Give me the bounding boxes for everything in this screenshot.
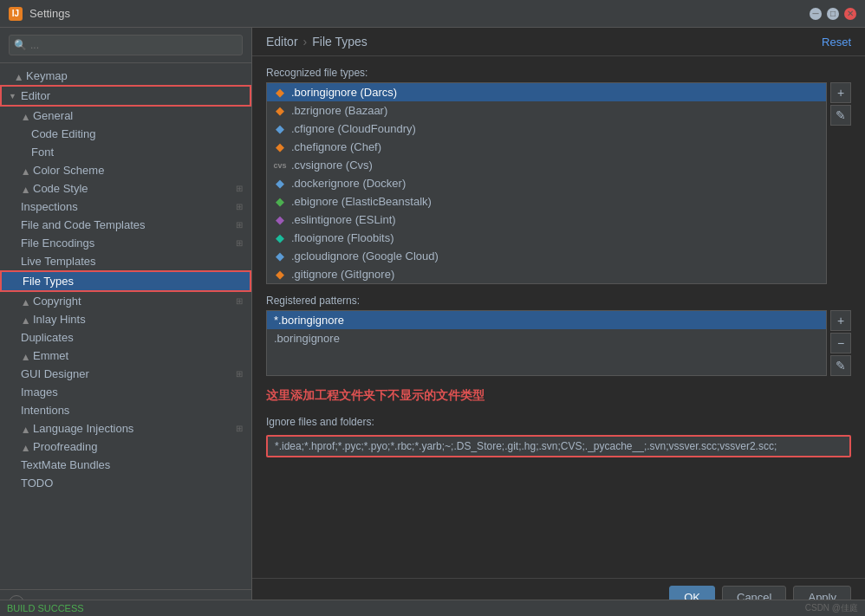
search-box: 🔍 <box>0 28 251 63</box>
file-type-icon: ◆ <box>274 214 286 226</box>
ignore-label: Ignore files and folders: <box>266 416 851 428</box>
close-button[interactable]: ✕ <box>844 8 856 20</box>
expand-icon: ▶ <box>21 425 29 433</box>
ignore-input[interactable] <box>268 437 849 456</box>
reset-button[interactable]: Reset <box>822 36 851 49</box>
sidebar-item-proofreading[interactable]: ▶ Proofreading <box>0 438 251 456</box>
sidebar-item-gui-designer[interactable]: GUI Designer ⊞ <box>0 365 251 383</box>
sidebar-item-editor[interactable]: ▼ Editor <box>0 85 251 107</box>
file-type-name: .bzrignore (Bazaar) <box>291 104 387 117</box>
sidebar-item-images[interactable]: Images <box>0 383 251 401</box>
recognized-section: Recognized file types: ◆.boringignore (D… <box>266 67 851 284</box>
file-type-name: .dockerignore (Docker) <box>291 177 406 190</box>
file-type-item[interactable]: ◆.ebignore (ElasticBeanstalk) <box>267 192 826 211</box>
expand-icon: ▶ <box>21 112 29 120</box>
main-container: 🔍 ▶ Keymap ▼ Editor ▶ General Code Ed <box>0 28 865 616</box>
sidebar-item-live-templates[interactable]: Live Templates <box>0 252 251 270</box>
badge-icon: ⊞ <box>236 202 243 211</box>
sidebar-item-color-scheme[interactable]: ▶ Color Scheme <box>0 161 251 179</box>
file-type-icon: cvs <box>274 159 286 172</box>
build-bar: BUILD SUCCESS CSDN @佳庭 <box>0 600 865 616</box>
sidebar: 🔍 ▶ Keymap ▼ Editor ▶ General Code Ed <box>0 28 252 616</box>
breadcrumb-parent: Editor <box>266 35 298 49</box>
sidebar-item-textmate[interactable]: TextMate Bundles <box>0 456 251 474</box>
minimize-button[interactable]: ─ <box>810 8 822 20</box>
file-type-icon: ◆ <box>274 141 286 153</box>
expand-icon: ▶ <box>14 72 23 81</box>
file-type-item[interactable]: ◆.boringignore (Darcs) <box>267 83 826 101</box>
file-type-icon: ◆ <box>274 105 286 117</box>
patterns-side-buttons: + − ✎ <box>830 310 851 376</box>
patterns-list: *.boringignore.boringignore <box>266 310 827 376</box>
file-type-icon: ◆ <box>274 232 286 244</box>
sidebar-item-file-types[interactable]: File Types <box>0 270 251 292</box>
sidebar-item-general[interactable]: ▶ General <box>0 107 251 125</box>
sidebar-item-duplicates[interactable]: Duplicates <box>0 328 251 347</box>
sidebar-item-intentions[interactable]: Intentions <box>0 401 251 419</box>
file-type-name: .ebignore (ElasticBeanstalk) <box>291 195 432 208</box>
expand-icon: ▼ <box>9 92 17 101</box>
maximize-button[interactable]: □ <box>827 8 839 20</box>
file-type-item[interactable]: cvs.cvsignore (Cvs) <box>267 156 826 174</box>
file-type-item[interactable]: ◆.gcloudignore (Google Cloud) <box>267 247 826 265</box>
file-type-item[interactable]: ◆.cfignore (CloudFoundry) <box>267 120 826 138</box>
sidebar-item-file-templates[interactable]: File and Code Templates ⊞ <box>0 216 251 234</box>
sidebar-item-code-editing[interactable]: Code Editing <box>0 125 251 143</box>
badge-icon: ⊞ <box>236 184 243 193</box>
edit-file-type-button[interactable]: ✎ <box>830 105 851 126</box>
add-file-type-button[interactable]: + <box>830 82 851 103</box>
title-bar: IJ Settings ─ □ ✕ <box>0 0 865 28</box>
file-types-side-buttons: + ✎ <box>830 82 851 284</box>
expand-icon: ▶ <box>21 297 29 306</box>
file-type-item[interactable]: ◆.flooignore (Floobits) <box>267 229 826 247</box>
search-wrapper: 🔍 <box>9 35 243 55</box>
sidebar-item-inlay-hints[interactable]: ▶ Inlay Hints <box>0 310 251 328</box>
panel-header: Editor › File Types Reset <box>252 28 865 56</box>
pattern-item[interactable]: .boringignore <box>267 329 826 347</box>
sidebar-item-keymap[interactable]: ▶ Keymap <box>0 67 251 85</box>
sidebar-item-language-injections[interactable]: ▶ Language Injections ⊞ <box>0 419 251 438</box>
expand-icon: ▶ <box>21 166 29 175</box>
build-status: BUILD SUCCESS <box>7 603 84 613</box>
breadcrumb-current: File Types <box>312 35 367 49</box>
sidebar-item-todo[interactable]: TODO <box>0 474 251 492</box>
file-type-item[interactable]: ◆.bzrignore (Bazaar) <box>267 101 826 120</box>
file-type-icon: ◆ <box>274 123 286 135</box>
app-icon: IJ <box>9 7 23 21</box>
breadcrumb-separator: › <box>303 35 308 49</box>
sidebar-item-emmet[interactable]: ▶ Emmet <box>0 347 251 365</box>
file-type-name: .boringignore (Darcs) <box>291 86 397 99</box>
file-type-name: .eslintignore (ESLint) <box>291 213 396 226</box>
remove-pattern-button[interactable]: − <box>830 333 851 353</box>
file-type-name: .cfignore (CloudFoundry) <box>291 122 416 135</box>
sidebar-item-file-encodings[interactable]: File Encodings ⊞ <box>0 234 251 252</box>
patterns-section: Registered patterns: *.boringignore.bori… <box>266 295 851 376</box>
file-type-item[interactable]: ◆.chefignore (Chef) <box>267 138 826 156</box>
window-controls: ─ □ ✕ <box>810 8 856 20</box>
sidebar-item-code-style[interactable]: ▶ Code Style ⊞ <box>0 179 251 198</box>
expand-icon: ▶ <box>21 352 29 360</box>
window-title: Settings <box>29 7 70 20</box>
right-panel: Editor › File Types Reset Recognized fil… <box>252 28 865 616</box>
sidebar-item-copyright[interactable]: ▶ Copyright ⊞ <box>0 292 251 310</box>
edit-pattern-button[interactable]: ✎ <box>830 355 851 376</box>
file-type-icon: ◆ <box>274 250 286 263</box>
file-type-icon: ◆ <box>274 87 286 99</box>
expand-icon: ▶ <box>21 443 29 451</box>
search-input[interactable] <box>9 35 243 55</box>
sidebar-item-inspections[interactable]: Inspections ⊞ <box>0 198 251 216</box>
file-type-name: .gcloudignore (Google Cloud) <box>291 250 439 263</box>
file-type-item[interactable]: ◆.gitignore (GitIgnore) <box>267 265 826 283</box>
expand-icon: ▶ <box>21 185 29 193</box>
breadcrumb: Editor › File Types <box>266 35 367 49</box>
ignore-section: Ignore files and folders: <box>266 416 851 457</box>
search-icon: 🔍 <box>14 39 27 51</box>
add-pattern-button[interactable]: + <box>830 310 851 331</box>
sidebar-item-font[interactable]: Font <box>0 143 251 161</box>
badge-icon: ⊞ <box>236 369 243 379</box>
file-types-list: ◆.boringignore (Darcs)◆.bzrignore (Bazaa… <box>266 82 827 284</box>
file-type-item[interactable]: ◆.dockerignore (Docker) <box>267 174 826 192</box>
file-type-item[interactable]: ◆.eslintignore (ESLint) <box>267 211 826 229</box>
file-type-name: .cvsignore (Cvs) <box>291 159 373 172</box>
pattern-item[interactable]: *.boringignore <box>267 311 826 329</box>
